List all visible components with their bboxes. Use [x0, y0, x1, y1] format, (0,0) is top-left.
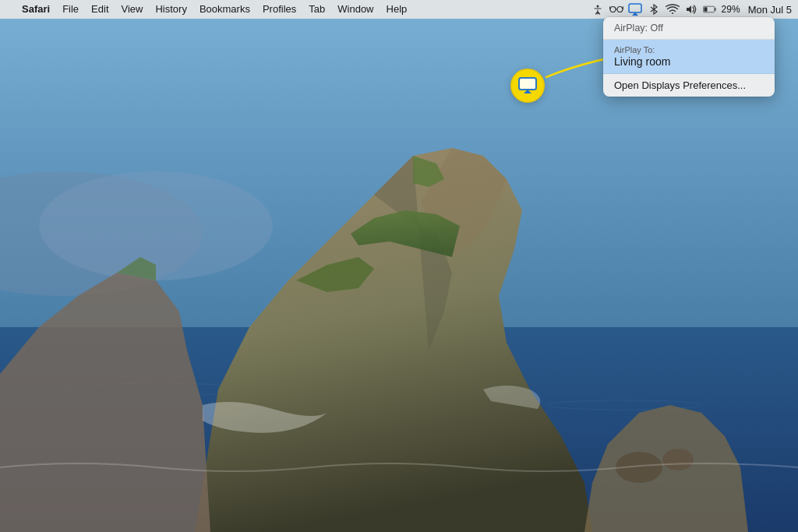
airplay-off-item[interactable]: AirPlay: Off — [603, 17, 775, 40]
airplay-to-item[interactable]: AirPlay To: Living room — [603, 40, 775, 74]
airplay-screen-icon[interactable] — [510, 69, 545, 103]
menu-window[interactable]: Window — [331, 0, 380, 19]
svg-rect-15 — [704, 7, 707, 12]
volume-icon[interactable] — [684, 2, 698, 16]
open-displays-label: Open Displays Preferences... — [614, 79, 746, 91]
airplay-dropdown: AirPlay: Off AirPlay To: Living room Ope… — [603, 17, 775, 97]
svg-rect-17 — [519, 78, 536, 90]
datetime-text: Mon Jul 5 — [748, 4, 792, 16]
svg-point-2 — [39, 171, 273, 280]
menu-bookmarks[interactable]: Bookmarks — [193, 0, 256, 19]
svg-point-11 — [617, 7, 623, 12]
menu-tab[interactable]: Tab — [302, 0, 331, 19]
menu-file[interactable]: File — [56, 0, 85, 19]
svg-rect-14 — [714, 8, 715, 11]
menubar: Safari File Edit View History Bookmarks … — [0, 0, 798, 19]
battery-percent: 29% — [722, 4, 740, 15]
airplay-to-label: AirPlay To: — [614, 45, 764, 55]
wifi-icon[interactable] — [666, 2, 680, 16]
svg-point-10 — [610, 7, 616, 12]
svg-point-9 — [596, 5, 598, 8]
airplay-yellow-circle — [510, 69, 545, 103]
menu-help[interactable]: Help — [380, 0, 414, 19]
airplay-to-name: Living room — [614, 55, 764, 68]
svg-rect-12 — [629, 4, 641, 12]
menu-history[interactable]: History — [149, 0, 192, 19]
menu-safari[interactable]: Safari — [16, 0, 56, 19]
airplay-menubar-icon[interactable] — [628, 2, 642, 16]
menubar-right: 29% Mon Jul 5 — [591, 2, 792, 16]
glasses-icon[interactable] — [609, 2, 623, 16]
accessibility-icon[interactable] — [591, 2, 605, 16]
bluetooth-icon[interactable] — [647, 2, 661, 16]
menu-edit[interactable]: Edit — [85, 0, 115, 19]
menu-profiles[interactable]: Profiles — [256, 0, 302, 19]
open-displays-item[interactable]: Open Displays Preferences... — [603, 74, 775, 97]
battery-icon[interactable] — [703, 2, 717, 16]
airplay-off-label: AirPlay: Off — [614, 23, 663, 33]
svg-point-8 — [662, 449, 694, 470]
menu-view[interactable]: View — [115, 0, 150, 19]
